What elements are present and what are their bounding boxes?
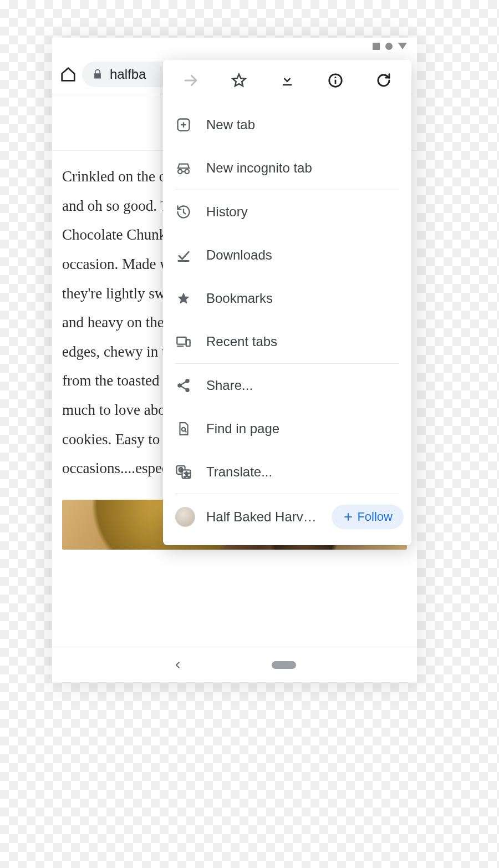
history-icon <box>175 204 192 220</box>
svg-text:G: G <box>179 467 183 473</box>
reload-icon <box>375 72 392 89</box>
menu-label: Find in page <box>206 421 279 436</box>
menu-label: History <box>206 204 248 220</box>
menu-label: New incognito tab <box>206 160 312 176</box>
info-icon <box>327 72 344 89</box>
home-icon <box>60 66 77 83</box>
svg-point-12 <box>186 389 189 392</box>
find-in-page-icon <box>175 420 192 437</box>
menu-label: Bookmarks <box>206 291 273 306</box>
share-icon <box>175 378 192 393</box>
devices-icon <box>175 334 192 349</box>
system-nav-bar <box>52 647 417 682</box>
follow-button[interactable]: Follow <box>332 505 404 529</box>
menu-action-row <box>163 60 411 101</box>
menu-label: Recent tabs <box>206 334 277 349</box>
svg-rect-9 <box>186 340 190 347</box>
info-button[interactable] <box>320 65 350 95</box>
bookmark-button[interactable] <box>224 65 254 95</box>
star-outline-icon <box>231 72 247 89</box>
svg-rect-7 <box>177 337 186 344</box>
phone-frame: halfba — H A L F H A R Crinkled on the o… <box>52 38 417 682</box>
svg-point-2 <box>335 77 337 78</box>
follow-site-name: Half Baked Harvest <box>206 509 320 525</box>
overflow-menu: New tab New incognito tab History Down <box>163 60 411 545</box>
follow-button-label: Follow <box>357 510 393 524</box>
downloads-done-icon <box>175 247 192 263</box>
nav-home-pill[interactable] <box>272 661 296 669</box>
forward-button[interactable] <box>176 65 206 95</box>
menu-item-follow-site[interactable]: Half Baked Harvest Follow <box>163 494 411 540</box>
status-indicator-square <box>373 43 380 50</box>
status-bar <box>52 38 417 54</box>
status-indicator-triangle <box>398 43 407 49</box>
menu-item-incognito[interactable]: New incognito tab <box>163 146 411 190</box>
menu-label: Translate... <box>206 464 272 480</box>
menu-label: Share... <box>206 378 253 393</box>
svg-line-16 <box>185 430 186 432</box>
lock-icon <box>92 69 103 80</box>
svg-line-13 <box>181 382 186 385</box>
incognito-icon <box>175 160 192 176</box>
site-favicon <box>175 507 195 527</box>
menu-item-recent-tabs[interactable]: Recent tabs <box>163 320 411 363</box>
menu-item-translate[interactable]: G文 Translate... <box>163 450 411 494</box>
menu-item-history[interactable]: History <box>163 190 411 234</box>
omnibox-text: halfba <box>110 67 146 82</box>
svg-point-10 <box>178 384 181 387</box>
back-icon[interactable] <box>173 660 183 670</box>
download-button[interactable] <box>272 65 302 95</box>
plus-icon <box>343 511 354 522</box>
svg-line-14 <box>181 386 186 389</box>
menu-item-downloads[interactable]: Downloads <box>163 234 411 277</box>
home-button[interactable] <box>59 65 78 84</box>
new-tab-icon <box>175 117 192 133</box>
menu-item-find-in-page[interactable]: Find in page <box>163 407 411 450</box>
menu-item-bookmarks[interactable]: Bookmarks <box>163 277 411 320</box>
status-indicator-circle <box>385 43 393 50</box>
svg-text:文: 文 <box>184 471 190 478</box>
download-icon <box>279 73 295 88</box>
translate-icon: G文 <box>175 464 192 480</box>
menu-item-share[interactable]: Share... <box>163 364 411 407</box>
menu-item-new-tab[interactable]: New tab <box>163 103 411 146</box>
reload-button[interactable] <box>369 65 399 95</box>
forward-icon <box>182 72 199 89</box>
svg-point-11 <box>186 379 189 382</box>
menu-list: New tab New incognito tab History Down <box>163 101 411 542</box>
menu-label: New tab <box>206 117 255 133</box>
menu-label: Downloads <box>206 247 272 263</box>
star-filled-icon <box>175 291 192 306</box>
